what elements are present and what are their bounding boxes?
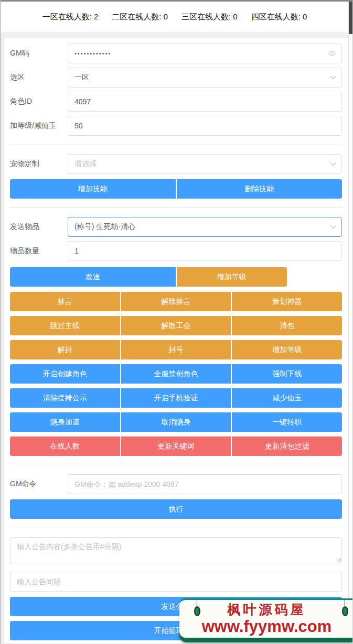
- watermark-panel: 枫叶源码屋 www.fyymw.com: [179, 598, 353, 638]
- action-button[interactable]: 更新关键词: [121, 436, 231, 456]
- action-row: 在线人数更新关键词更新清包过滤: [10, 436, 342, 456]
- action-row: 隐身加速取消隐身一键转职: [10, 412, 342, 432]
- scrollbar[interactable]: [348, 2, 352, 644]
- add-skill-button[interactable]: 增加技能: [10, 179, 176, 199]
- remove-skill-button[interactable]: 删除技能: [177, 179, 343, 199]
- action-button[interactable]: 禁言: [10, 292, 120, 311]
- action-button[interactable]: 策划神器: [232, 292, 342, 311]
- zone2-online-count: 二区在线人数: 0: [112, 12, 168, 22]
- item-quantity-row: 物品数量: [10, 241, 342, 261]
- divider: [10, 208, 342, 208]
- level-jade-field[interactable]: [68, 116, 342, 136]
- scrollbar-thumb[interactable]: [349, 2, 352, 34]
- action-button[interactable]: 解除禁言: [121, 292, 231, 311]
- level-jade-label: 加等级/减仙玉: [10, 121, 68, 130]
- action-button[interactable]: 开启创建角色: [10, 364, 120, 384]
- send-item-label: 发送物品: [10, 222, 68, 232]
- online-counts-header: 一区在线人数: 2 二区在线人数: 0 三区在线人数: 0 四区在线人数: 0: [1, 2, 348, 33]
- divider: [10, 145, 342, 145]
- zone3-online-count: 三区在线人数: 0: [181, 12, 238, 22]
- zone-select-value: 一区: [74, 73, 89, 82]
- gm-code-label: GM码: [10, 49, 68, 58]
- pet-custom-placeholder: 请选择: [74, 159, 97, 169]
- eye-icon[interactable]: [328, 49, 336, 58]
- announcement-content-textarea[interactable]: [10, 537, 342, 563]
- action-button[interactable]: 隐身加速: [10, 412, 120, 432]
- watermark-url: www.fyymw.com: [179, 618, 353, 635]
- gm-code-field[interactable]: ••••••••••••: [68, 43, 342, 63]
- item-quantity-field[interactable]: [68, 241, 342, 261]
- pet-custom-label: 宠物定制: [10, 159, 68, 169]
- gm-command-label: GM命令: [10, 479, 68, 489]
- action-button[interactable]: 取消隐身: [121, 412, 231, 432]
- send-item-value: (称号) 生死劫·清心: [74, 222, 135, 232]
- action-button[interactable]: 增加等级: [232, 340, 342, 359]
- send-actions-row: 发送 增加等级: [10, 267, 342, 287]
- action-button[interactable]: 解封: [10, 340, 120, 359]
- action-button[interactable]: 开启手机验证: [121, 388, 231, 408]
- gm-admin-page: 一区在线人数: 2 二区在线人数: 0 三区在线人数: 0 四区在线人数: 0 …: [0, 0, 353, 644]
- action-button[interactable]: 更新清包过滤: [232, 436, 342, 456]
- pet-custom-row: 宠物定制 请选择: [10, 154, 342, 174]
- action-row: 清除摆摊公示开启手机验证减少仙玉: [10, 388, 342, 408]
- send-button[interactable]: 发送: [10, 267, 176, 287]
- action-row: 跳过主线解散工会清包: [10, 316, 342, 335]
- gm-command-row: GM命令: [10, 474, 342, 494]
- zone4-online-count: 四区在线人数: 0: [251, 12, 307, 22]
- level-jade-row: 加等级/减仙玉: [10, 116, 342, 136]
- action-button[interactable]: 强制下线: [232, 364, 342, 384]
- leaf-icon: [193, 598, 201, 616]
- zone-select-row: 选区 一区: [10, 68, 342, 88]
- send-item-select[interactable]: (称号) 生死劫·清心: [68, 217, 342, 237]
- leaf-icon: [341, 598, 349, 616]
- action-row: 开启创建角色全服禁创角色强制下线: [10, 364, 342, 384]
- action-button[interactable]: 减少仙玉: [232, 388, 342, 408]
- action-button[interactable]: 在线人数: [10, 436, 120, 456]
- execute-button[interactable]: 执行: [10, 499, 342, 519]
- zone-select[interactable]: 一区: [68, 68, 342, 88]
- action-button[interactable]: 封号: [121, 340, 231, 359]
- action-button[interactable]: 解散工会: [121, 316, 231, 335]
- role-id-field[interactable]: [68, 92, 342, 112]
- send-item-row: 发送物品 (称号) 生死劫·清心: [10, 217, 342, 237]
- divider: [10, 465, 342, 465]
- pet-custom-select[interactable]: 请选择: [68, 154, 342, 174]
- chevron-down-icon: [330, 225, 336, 229]
- zone-select-label: 选区: [10, 73, 68, 82]
- watermark: 枫叶源码屋 www.fyymw.com: [179, 598, 353, 642]
- watermark-title: 枫叶源码屋: [179, 601, 353, 618]
- chevron-down-icon: [330, 162, 336, 166]
- role-id-label: 角色ID: [10, 97, 68, 106]
- action-button[interactable]: 一键转职: [232, 412, 342, 432]
- announcement-interval-input[interactable]: [10, 572, 342, 592]
- gm-command-input[interactable]: [68, 474, 342, 494]
- item-quantity-label: 物品数量: [10, 246, 68, 256]
- divider: [10, 528, 342, 528]
- chevron-down-icon: [330, 75, 336, 80]
- gm-code-masked-value: ••••••••••••: [74, 50, 111, 57]
- action-button[interactable]: 清包: [232, 316, 342, 335]
- role-id-row: 角色ID: [10, 92, 342, 112]
- action-button[interactable]: 全服禁创角色: [121, 364, 231, 384]
- gm-form-card: GM码 •••••••••••• 选区 一区 角色ID 加等级/减仙玉: [4, 37, 348, 644]
- action-row: 禁言解除禁言策划神器: [10, 292, 342, 311]
- action-button-grid: 禁言解除禁言策划神器跳过主线解散工会清包解封封号增加等级开启创建角色全服禁创角色…: [10, 292, 342, 456]
- zone1-online-count: 一区在线人数: 2: [42, 12, 99, 22]
- gm-code-row: GM码 ••••••••••••: [10, 43, 342, 63]
- action-row: 解封封号增加等级: [10, 340, 342, 359]
- skill-buttons-row: 增加技能 删除技能: [10, 179, 342, 199]
- action-button[interactable]: 清除摆摊公示: [10, 388, 120, 408]
- action-button[interactable]: 跳过主线: [10, 316, 120, 335]
- add-level-button[interactable]: 增加等级: [177, 267, 287, 287]
